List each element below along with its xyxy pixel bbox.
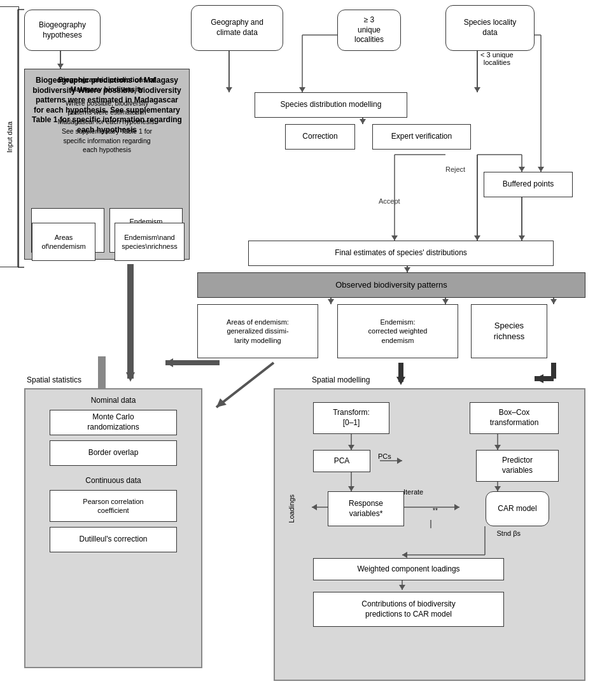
final-estimates-box: Final estimates of species' distribution… xyxy=(248,241,554,266)
species-distribution-box: Species distribution modelling xyxy=(255,92,407,118)
endemism-species-inner-box: Endemism\nand species\nrichness xyxy=(115,223,185,261)
spatial-modelling-container: Transform: [0–1] Box–Cox transformation xyxy=(274,388,585,681)
svg-marker-43 xyxy=(165,358,173,367)
svg-marker-77 xyxy=(494,445,501,450)
svg-marker-39 xyxy=(550,299,557,304)
svg-marker-14 xyxy=(538,167,544,172)
svg-marker-75 xyxy=(348,445,354,450)
spatial-statistics-container: Nominal data Monte Carlo randomizations … xyxy=(24,388,202,668)
svg-marker-45 xyxy=(396,377,405,385)
areas-endemism-inner-box: Areas of\nendemism xyxy=(32,223,95,261)
svg-marker-6 xyxy=(226,87,232,92)
svg-marker-41 xyxy=(126,372,135,382)
unique-localities-box: ≥ 3 unique localities xyxy=(337,10,401,51)
svg-marker-27 xyxy=(391,235,398,241)
input-data-label: Input data xyxy=(0,6,19,267)
double-star-label: ** xyxy=(433,507,438,514)
svg-marker-83 xyxy=(494,486,501,491)
svg-marker-81 xyxy=(397,458,402,464)
stnd-label: Stnd βs xyxy=(496,529,521,537)
svg-marker-9 xyxy=(299,87,305,92)
svg-marker-16 xyxy=(360,119,366,124)
spatial-statistics-label: Spatial statistics xyxy=(27,375,81,384)
correction-box: Correction xyxy=(285,124,355,150)
car-model-box: CAR model xyxy=(486,491,549,526)
pca-box: PCA xyxy=(313,450,370,472)
svg-marker-87 xyxy=(312,504,317,510)
biogeography-hypotheses-box: Biogeography hypotheses xyxy=(24,10,101,51)
areas-endemism-2-box: Areas of endemism: generalized dissimi- … xyxy=(197,304,318,358)
svg-marker-35 xyxy=(328,299,334,304)
endemism-corrected-box: Endemism: corrected weighted endemism xyxy=(337,304,458,358)
diagram: Reject Accept xyxy=(0,0,602,700)
svg-marker-90 xyxy=(402,552,407,558)
species-richness-box: Species richness xyxy=(471,304,547,358)
svg-marker-23 xyxy=(519,167,525,172)
loadings-label: Loadings xyxy=(288,494,295,523)
svg-marker-85 xyxy=(454,504,459,510)
dutilleul-box: Dutilleul's correction xyxy=(50,527,177,552)
border-overlap-box: Border overlap xyxy=(50,440,177,466)
continuous-data-label: Continuous data xyxy=(32,476,195,485)
svg-line-49 xyxy=(216,363,274,407)
svg-marker-50 xyxy=(216,398,227,407)
less-3-localities-label: < 3 unique localities xyxy=(480,51,514,66)
expert-verification-box: Expert verification xyxy=(372,124,471,150)
svg-text:Reject: Reject xyxy=(445,165,465,173)
bio-predictions-text: Biogeographic predictions ofMalagasy bio… xyxy=(31,75,183,155)
predictor-variables-box: Predictor variables xyxy=(476,450,559,482)
svg-marker-4 xyxy=(57,64,64,69)
svg-marker-48 xyxy=(535,374,543,383)
observed-biodiversity-box: Observed biodiversity patterns xyxy=(197,272,585,298)
svg-marker-29 xyxy=(519,235,525,241)
svg-marker-33 xyxy=(404,267,410,272)
weighted-component-box: Weighted component loadings xyxy=(313,558,504,580)
contributions-box: Contributions of biodiversity prediction… xyxy=(313,592,504,627)
box-cox-box: Box–Cox transformation xyxy=(470,402,559,434)
species-locality-box: Species locality data xyxy=(445,5,535,51)
geography-climate-box: Geography and climate data xyxy=(191,5,283,51)
buffered-points-box: Buffered points xyxy=(484,172,573,197)
svg-marker-37 xyxy=(442,299,449,304)
svg-text:Accept: Accept xyxy=(379,197,400,205)
spatial-modelling-label: Spatial modelling xyxy=(312,375,370,384)
transform-box: Transform: [0–1] xyxy=(313,402,389,434)
response-variables-box: Response variables* xyxy=(328,491,404,526)
pcs-label: PCs xyxy=(378,452,391,460)
svg-marker-31 xyxy=(474,235,480,241)
nominal-data-label: Nominal data xyxy=(32,396,195,405)
iterate-label: Iterate xyxy=(403,488,423,496)
svg-marker-79 xyxy=(348,486,354,491)
pearson-box: Pearson correlation coefficient xyxy=(50,490,177,522)
monte-carlo-box: Monte Carlo randomizations xyxy=(50,410,177,435)
svg-marker-92 xyxy=(399,585,405,590)
svg-marker-11 xyxy=(474,87,480,92)
